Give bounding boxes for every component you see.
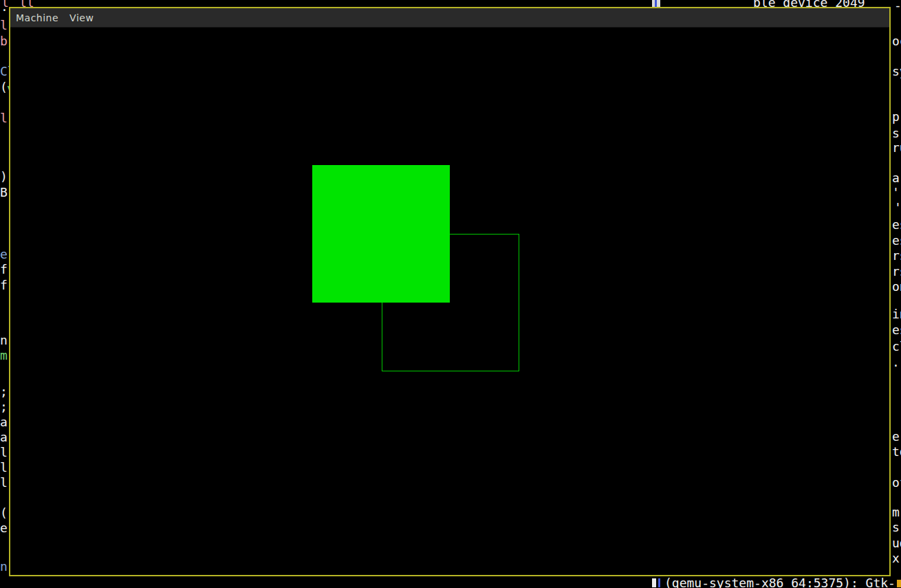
terminal-text-fragment: s: [892, 126, 900, 141]
terminal-text-fragment: to: [892, 444, 901, 459]
terminal-text-fragment: e: [892, 429, 900, 444]
terminal-text-fragment: a: [0, 415, 8, 430]
green-filled-square: [312, 165, 450, 303]
terminal-text-fragment: f: [0, 278, 8, 293]
terminal-text-fragment: cl: [892, 339, 901, 354]
terminal-text-fragment: b: [0, 34, 8, 49]
terminal-text-fragment: oc: [892, 34, 901, 49]
terminal-text-fragment: ): [0, 169, 8, 184]
terminal-text-fragment: .: [1, 0, 8, 14]
gtk-warning-message: (qemu-system-x86_64:5375): Gtk-: [664, 577, 895, 588]
pane-divider-bottom: [652, 578, 656, 587]
terminal-text-fragment: a: [0, 430, 8, 445]
terminal-text-fragment: n: [0, 333, 8, 348]
terminal-text-fragment: -: [894, 0, 901, 13]
terminal-text-fragment: ;: [0, 400, 8, 415]
terminal-text-fragment: l: [0, 445, 8, 460]
terminal-text-fragment: x: [892, 551, 900, 566]
terminal-text-fragment: sy: [892, 64, 901, 79]
terminal-text-fragment: in: [892, 307, 901, 322]
terminal-text-fragment: l: [0, 111, 8, 126]
terminal-text-fragment: e: [0, 521, 8, 536]
terminal-text-fragment: l: [0, 460, 8, 475]
terminal-text-fragment: n: [0, 559, 8, 574]
terminal-text-fragment: pr: [892, 109, 901, 124]
menu-item-machine[interactable]: Machine: [16, 11, 58, 25]
terminal-text-fragment: ',: [892, 185, 901, 200]
terminal-text-fragment: l: [0, 18, 8, 33]
terminal-text-fragment: ud: [892, 536, 901, 551]
terminal-text-fragment: l: [0, 475, 8, 490]
terminal-text-fragment: es: [892, 233, 901, 248]
qemu-vm-window: Machine View: [9, 7, 891, 576]
terminal-text-fragment: m: [0, 348, 8, 363]
vm-display[interactable]: [10, 28, 889, 575]
terminal-text-fragment: rs: [892, 264, 901, 279]
terminal-text-fragment: ': [894, 200, 901, 215]
terminal-text-fragment: (: [0, 505, 8, 521]
terminal-text-fragment: a: [892, 171, 900, 186]
terminal-text-fragment: ;: [0, 384, 8, 400]
terminal-text-fragment: f: [0, 262, 8, 277]
pane-marker-bottom: [658, 578, 660, 587]
terminal-text-fragment: ru: [892, 140, 901, 155]
terminal-cursor: [897, 580, 901, 587]
terminal-text-fragment: rs: [892, 248, 901, 263]
terminal-text-fragment: e: [0, 247, 8, 262]
terminal-text-fragment: on: [892, 279, 901, 294]
menu-item-view[interactable]: View: [69, 11, 94, 25]
terminal-text-fragment: s: [892, 520, 900, 535]
vm-menubar: Machine View: [10, 8, 889, 28]
terminal-text-fragment: .: [892, 355, 900, 370]
terminal-text-fragment: of: [892, 475, 901, 490]
terminal-text-fragment: es: [892, 217, 901, 232]
terminal-text-fragment: m: [892, 505, 900, 520]
terminal-text-fragment: es: [892, 323, 901, 338]
